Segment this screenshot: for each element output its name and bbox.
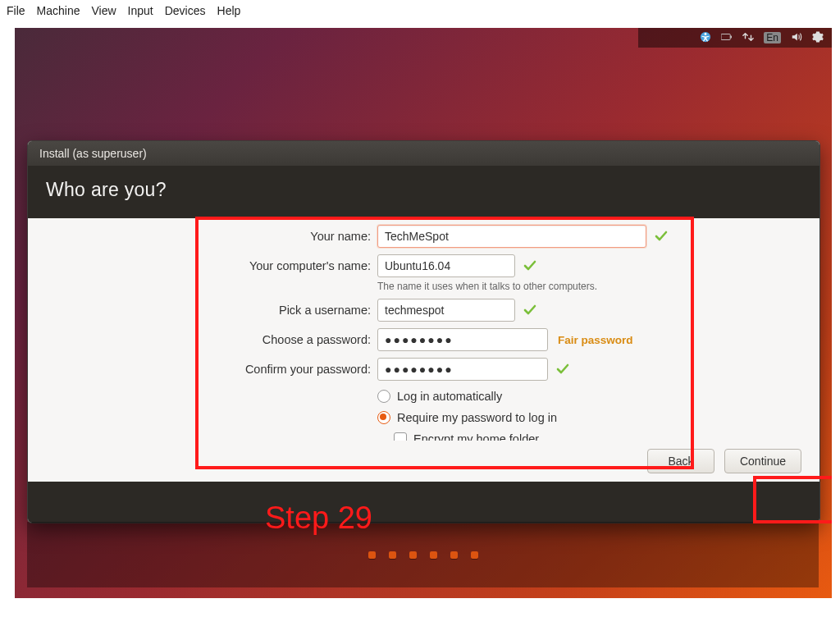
password-strength: Fair password (558, 334, 633, 346)
username-input[interactable] (377, 299, 515, 322)
back-button[interactable]: Back (647, 449, 714, 473)
row-username: Pick a username: (192, 297, 811, 323)
row-your-name: Your name: (192, 223, 811, 249)
row-require-password[interactable]: Require my password to log in (377, 407, 811, 428)
installer-titlebar[interactable]: Install (as superuser) (28, 141, 819, 166)
button-bar: Back Continue (28, 441, 819, 482)
accessibility-icon[interactable] (700, 31, 711, 45)
label-username: Pick a username: (192, 304, 377, 317)
label-require-password: Require my password to log in (397, 411, 557, 424)
sound-icon[interactable] (791, 31, 802, 45)
network-icon[interactable] (742, 31, 754, 45)
password-input[interactable] (377, 328, 548, 351)
label-computer-name: Your computer's name: (192, 259, 377, 272)
vm-viewport: En Install (as superuser) Who are you? Y… (15, 28, 832, 598)
menu-machine[interactable]: Machine (37, 4, 80, 17)
your-name-input[interactable] (377, 225, 646, 248)
row-password: Choose a password: Fair password (192, 327, 811, 353)
radio-require-password[interactable] (377, 411, 390, 424)
language-indicator[interactable]: En (764, 32, 781, 43)
label-login-auto: Log in automatically (397, 390, 502, 403)
menu-devices[interactable]: Devices (165, 4, 206, 17)
annotation-step-text: Step 29 (265, 500, 372, 536)
virtualbox-menubar: File Machine View Input Devices Help (0, 0, 840, 21)
continue-button[interactable]: Continue (724, 449, 801, 473)
progress-dots (368, 551, 478, 559)
menu-input[interactable]: Input (128, 4, 153, 17)
computer-name-helper: The name it uses when it talks to other … (377, 281, 811, 292)
label-your-name: Your name: (192, 230, 377, 243)
gear-icon[interactable] (812, 31, 824, 45)
confirm-password-input[interactable] (377, 358, 548, 381)
installer-body: Who are you? Your name: Your computer's … (28, 166, 819, 523)
menu-file[interactable]: File (7, 4, 25, 17)
radio-login-auto[interactable] (377, 390, 390, 403)
battery-icon[interactable] (721, 31, 733, 45)
row-confirm-password: Confirm your password: (192, 356, 811, 382)
installer-title: Install (as superuser) (39, 147, 147, 160)
svg-rect-3 (731, 35, 732, 38)
checkmark-icon (556, 363, 569, 376)
form-panel: Your name: Your computer's name: The (28, 218, 819, 482)
menu-help[interactable]: Help (217, 4, 241, 17)
page-heading: Who are you? (28, 166, 819, 216)
svg-rect-2 (721, 34, 730, 39)
checkmark-icon (655, 230, 668, 243)
label-password: Choose a password: (192, 333, 377, 346)
menu-view[interactable]: View (91, 4, 116, 17)
row-login-auto[interactable]: Log in automatically (377, 386, 811, 407)
row-computer-name: Your computer's name: (192, 253, 811, 279)
checkmark-icon (523, 259, 536, 272)
checkmark-icon (523, 304, 536, 317)
installer-window: Install (as superuser) Who are you? Your… (27, 140, 820, 523)
svg-point-1 (705, 33, 707, 35)
ubuntu-top-panel: En (655, 28, 832, 48)
label-confirm-password: Confirm your password: (192, 363, 377, 376)
computer-name-input[interactable] (377, 254, 515, 277)
